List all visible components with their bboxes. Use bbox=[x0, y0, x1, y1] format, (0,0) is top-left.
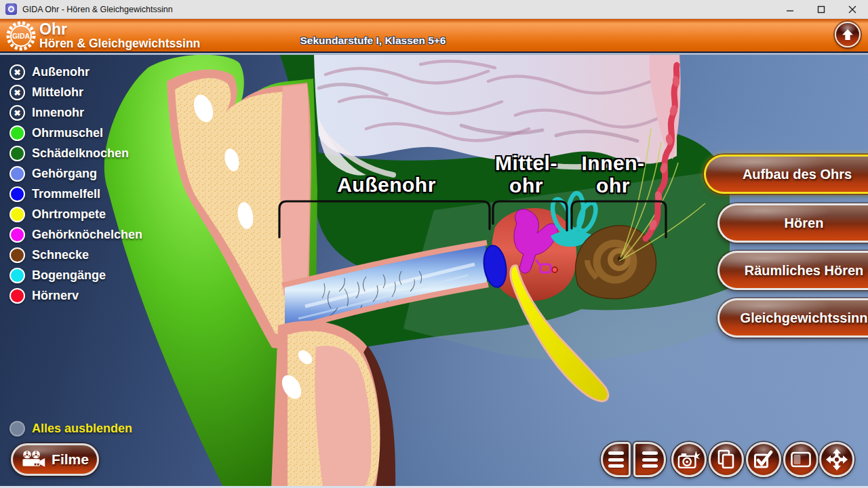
legend-toggle-gehoergang[interactable] bbox=[9, 166, 25, 182]
checkbox-checked-icon bbox=[753, 450, 774, 469]
films-button[interactable]: Filme bbox=[11, 443, 99, 476]
svg-text:GIDA: GIDA bbox=[12, 32, 31, 40]
legend-item-trommelfell[interactable]: Trommelfell bbox=[9, 186, 142, 202]
nav-hoeren[interactable]: Hören bbox=[717, 203, 868, 243]
header-subtitle: Hören & Gleichgewichtssinn bbox=[39, 37, 200, 51]
legend-item-ohrtrompete[interactable]: Ohrtrompete bbox=[9, 207, 142, 222]
legend-item-hoernerv[interactable]: Hörnerv bbox=[9, 288, 142, 304]
legend-item-gehoergang[interactable]: Gehörgang bbox=[9, 166, 142, 182]
legend-toggle-innenohr[interactable]: ✖ bbox=[9, 105, 25, 121]
up-arrow-button[interactable] bbox=[835, 22, 861, 47]
nav-gleichgewichtssinn[interactable]: Gleichgewichtssinn bbox=[717, 298, 868, 338]
legend-toggle-trommelfell[interactable] bbox=[9, 186, 25, 202]
nav-aufbau-des-ohrs[interactable]: Aufbau des Ohrs bbox=[704, 155, 868, 194]
legend: ✖ Außenohr ✖ Mittelohr ✖ Innenohr Ohrmus… bbox=[9, 64, 142, 304]
snapshot-button[interactable] bbox=[671, 442, 707, 477]
film-projector-icon bbox=[21, 449, 45, 470]
legend-item-innenohr[interactable]: ✖ Innenohr bbox=[9, 105, 142, 121]
copy-button[interactable] bbox=[709, 442, 744, 477]
panel-collapse-left-button[interactable] bbox=[601, 442, 631, 477]
app-header: GIDA Ohr Hören & Gleichgewichtssinn Seku… bbox=[0, 19, 868, 53]
legend-item-mittelohr[interactable]: ✖ Mittelohr bbox=[9, 85, 142, 100]
region-label-mittelohr: Mittel- ohr bbox=[486, 152, 567, 197]
header-audience: Sekundarstufe I, Klassen 5+6 bbox=[203, 35, 542, 47]
region-label-innenohr: Innen- ohr bbox=[570, 152, 656, 197]
legend-item-schnecke[interactable]: Schnecke bbox=[9, 247, 142, 263]
legend-item-ohrmuschel[interactable]: Ohrmuschel bbox=[9, 125, 142, 141]
legend-item-schaedelknochen[interactable]: Schädelknochen bbox=[9, 146, 142, 161]
legend-toggle-gehoerknoechelchen[interactable] bbox=[9, 227, 25, 243]
panel-collapse-right-icon bbox=[642, 451, 658, 468]
legend-toggle-bogengaenge[interactable] bbox=[9, 268, 25, 283]
header-title: Ohr bbox=[39, 20, 67, 39]
legend-item-aussenohr[interactable]: ✖ Außenohr bbox=[9, 64, 142, 80]
legend-toggle-aussenohr[interactable]: ✖ bbox=[9, 64, 25, 80]
gida-logo: GIDA bbox=[5, 20, 37, 52]
move-button[interactable] bbox=[819, 442, 854, 477]
legend-item-bogengaenge[interactable]: Bogengänge bbox=[9, 268, 142, 283]
select-button[interactable] bbox=[746, 442, 781, 477]
up-arrow-icon bbox=[840, 27, 855, 42]
legend-toggle-schnecke[interactable] bbox=[9, 247, 25, 263]
region-label-aussenohr: Außenohr bbox=[309, 174, 465, 196]
window-panel-button[interactable] bbox=[783, 442, 818, 477]
hide-all-toggle[interactable]: Alles ausblenden bbox=[9, 421, 132, 436]
camera-snapshot-icon bbox=[677, 450, 701, 470]
panel-collapse-left-icon bbox=[608, 451, 624, 468]
legend-item-gehoerknoechelchen[interactable]: Gehörknöchelchen bbox=[9, 227, 142, 243]
window-panel-icon bbox=[790, 451, 812, 468]
legend-toggle-ohrmuschel[interactable] bbox=[9, 125, 25, 141]
app-window: GIDA Ohr - Hören & Gleichgewichtssinn bbox=[0, 0, 868, 488]
legend-toggle-schaedelknochen[interactable] bbox=[9, 146, 25, 161]
copy-pages-icon bbox=[717, 449, 736, 470]
nav-raeumliches-hoeren[interactable]: Räumliches Hören bbox=[717, 251, 868, 290]
hide-all-circle[interactable] bbox=[9, 421, 25, 436]
legend-toggle-hoernerv[interactable] bbox=[9, 288, 25, 304]
legend-toggle-ohrtrompete[interactable] bbox=[9, 207, 25, 222]
move-arrows-icon bbox=[826, 449, 848, 470]
legend-toggle-mittelohr[interactable]: ✖ bbox=[9, 85, 25, 100]
